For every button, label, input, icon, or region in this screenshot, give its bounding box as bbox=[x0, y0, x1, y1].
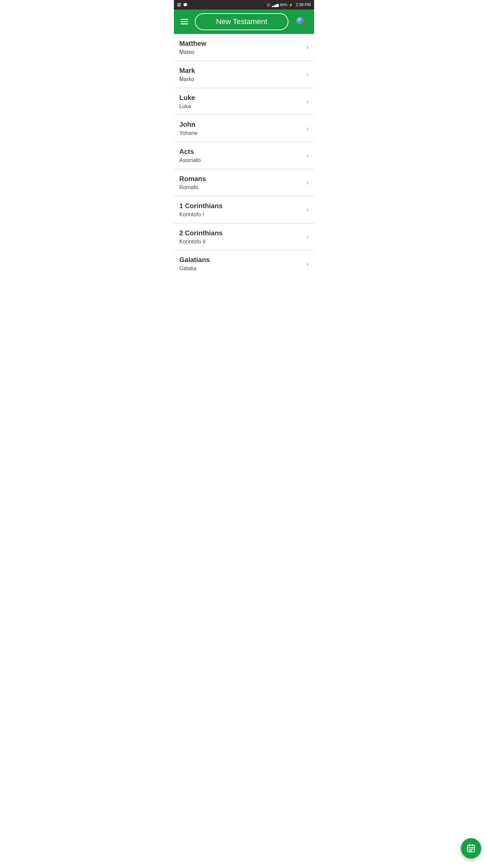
chevron-right-icon: › bbox=[306, 152, 309, 160]
book-name-english: 2 Corinthians bbox=[179, 229, 223, 237]
book-name-local: Yohane bbox=[179, 130, 198, 137]
menu-button[interactable] bbox=[179, 18, 189, 26]
phone-icon: 📵 bbox=[266, 3, 270, 7]
book-name-local: Korintofo II bbox=[179, 238, 223, 245]
book-info: 1 CorinthiansKorintofo I bbox=[179, 202, 223, 218]
list-item[interactable]: ActsAsomafo› bbox=[174, 142, 314, 169]
time-display: 2:39 PM bbox=[296, 2, 311, 7]
chevron-right-icon: › bbox=[306, 70, 309, 79]
status-bar-left: 🖼 💬 bbox=[177, 3, 188, 7]
signal-icon: ▂▄▆ bbox=[272, 3, 279, 7]
book-name-english: Romans bbox=[179, 175, 206, 183]
svg-line-2 bbox=[303, 23, 306, 26]
book-info: MarkMarko bbox=[179, 66, 195, 83]
status-bar: 🖼 💬 📵 ▂▄▆ 80% ⚡ 2:39 PM bbox=[174, 0, 314, 9]
book-name-local: Marko bbox=[179, 76, 195, 83]
list-item[interactable]: LukeLuka› bbox=[174, 88, 314, 115]
svg-point-3 bbox=[305, 26, 306, 27]
book-name-local: Luka bbox=[179, 103, 195, 110]
book-name-local: Asomafo bbox=[179, 157, 201, 164]
search-button[interactable] bbox=[294, 14, 309, 29]
photo-icon: 🖼 bbox=[177, 3, 181, 7]
chevron-right-icon: › bbox=[306, 43, 309, 52]
book-info: MatthewMateo bbox=[179, 39, 206, 56]
book-name-english: Acts bbox=[179, 147, 201, 156]
list-item[interactable]: GalatiansGalatia› bbox=[174, 250, 314, 275]
message-icon: 💬 bbox=[183, 3, 188, 7]
chevron-right-icon: › bbox=[306, 124, 309, 133]
list-item[interactable]: 2 CorinthiansKorintofo II› bbox=[174, 223, 314, 251]
book-info: GalatiansGalatia bbox=[179, 256, 210, 272]
book-name-english: Galatians bbox=[179, 256, 210, 264]
list-item[interactable]: 1 CorinthiansKorintofo I› bbox=[174, 196, 314, 223]
list-item[interactable]: MatthewMateo› bbox=[174, 34, 314, 61]
book-name-english: Luke bbox=[179, 94, 195, 102]
book-name-local: Korintofo I bbox=[179, 211, 223, 218]
charging-icon: ⚡ bbox=[289, 3, 293, 7]
book-name-english: Mark bbox=[179, 66, 195, 75]
svg-point-1 bbox=[299, 19, 300, 20]
list-item[interactable]: JohnYohane› bbox=[174, 115, 314, 142]
book-name-english: Matthew bbox=[179, 39, 206, 47]
book-info: 2 CorinthiansKorintofo II bbox=[179, 229, 223, 245]
status-bar-right: 📵 ▂▄▆ 80% ⚡ 2:39 PM bbox=[266, 2, 311, 7]
book-info: RomansRomafo bbox=[179, 175, 206, 191]
list-item[interactable]: RomansRomafo› bbox=[174, 169, 314, 196]
chevron-right-icon: › bbox=[306, 260, 309, 269]
chevron-right-icon: › bbox=[306, 97, 309, 106]
book-info: ActsAsomafo bbox=[179, 147, 201, 164]
chevron-right-icon: › bbox=[306, 178, 309, 187]
book-name-local: Romafo bbox=[179, 184, 206, 191]
book-info: JohnYohane bbox=[179, 120, 198, 137]
title-button[interactable]: New Testament bbox=[195, 13, 288, 30]
chevron-right-icon: › bbox=[306, 233, 309, 241]
search-icon bbox=[296, 16, 307, 27]
header: New Testament bbox=[174, 9, 314, 34]
book-list: MatthewMateo›MarkMarko›LukeLuka›JohnYoha… bbox=[174, 34, 314, 275]
book-info: LukeLuka bbox=[179, 94, 195, 110]
book-name-local: Mateo bbox=[179, 49, 206, 56]
book-name-local: Galatia bbox=[179, 265, 210, 272]
list-item[interactable]: MarkMarko› bbox=[174, 61, 314, 88]
book-name-english: 1 Corinthians bbox=[179, 202, 223, 210]
chevron-right-icon: › bbox=[306, 205, 309, 214]
book-name-english: John bbox=[179, 120, 198, 129]
battery-level: 80% bbox=[280, 3, 287, 7]
